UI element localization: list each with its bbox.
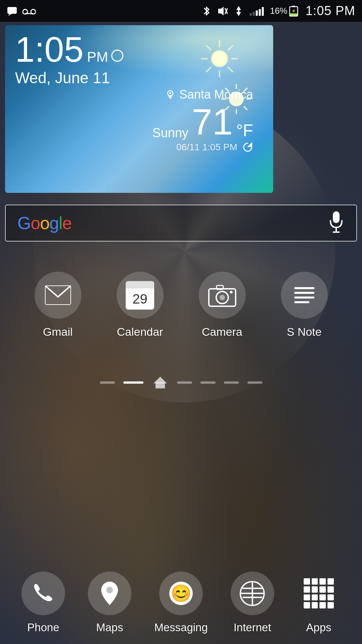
status-right-icons: 16% ⚡ 1:05 PM [203, 4, 355, 18]
svg-rect-39 [333, 211, 340, 223]
weather-temp: 71 [192, 103, 233, 140]
status-time: 1:05 PM [305, 4, 355, 18]
svg-rect-0 [7, 7, 17, 14]
svg-rect-14 [290, 13, 297, 16]
svg-rect-11 [238, 9, 239, 13]
internet-icon [240, 581, 265, 606]
search-bar[interactable]: Google [5, 205, 357, 241]
home-indicator[interactable] [152, 374, 169, 391]
page-dot-3[interactable] [177, 381, 192, 384]
svg-marker-37 [168, 95, 173, 99]
svg-point-25 [213, 52, 226, 65]
svg-point-36 [169, 92, 171, 94]
internet-icon-circle [231, 572, 274, 615]
chat-icon [7, 6, 17, 16]
mute-icon [216, 5, 228, 17]
calendar-label: Calendar [117, 325, 163, 338]
messaging-icon: 😊 [169, 582, 193, 605]
snote-label: S Note [287, 325, 322, 338]
battery-indicator: 16% ⚡ [270, 5, 299, 17]
status-bar: 16% ⚡ 1:05 PM [0, 0, 362, 22]
maps-icon-circle [88, 572, 131, 615]
battery-icon: ⚡ [289, 5, 299, 17]
mic-button[interactable] [328, 211, 345, 235]
messaging-label: Messaging [154, 621, 208, 634]
svg-marker-38 [248, 143, 252, 147]
gmail-app-icon[interactable]: Gmail [35, 272, 81, 338]
snote-app-icon[interactable]: S Note [281, 272, 328, 338]
battery-percentage: 16% [270, 6, 287, 16]
home-body [156, 382, 165, 388]
camera-icon [207, 283, 237, 308]
apps-dock-item[interactable]: Apps [297, 572, 341, 634]
home-shape [154, 377, 167, 388]
page-dot-4[interactable] [200, 381, 216, 384]
camera-app-icon[interactable]: Camera [199, 272, 246, 338]
gmail-label: Gmail [43, 325, 73, 338]
weather-footer: 06/11 1:05 PM [152, 142, 253, 153]
maps-dock-item[interactable]: Maps [88, 572, 131, 634]
svg-line-24 [206, 67, 211, 72]
sun-icon [199, 39, 240, 79]
svg-line-22 [228, 67, 233, 72]
svg-line-21 [206, 45, 211, 50]
app-icons-row: Gmail 29 Calendar Camera [0, 272, 362, 338]
calendar-app-icon[interactable]: 29 Calendar [117, 272, 164, 338]
dock: Phone Maps 😊 Messaging Internet [0, 572, 362, 634]
page-dot-1[interactable] [123, 381, 143, 384]
weather-date: Wed, June 11 [15, 69, 123, 87]
apps-label: Apps [306, 621, 331, 634]
google-logo: Google [17, 213, 72, 233]
svg-line-23 [228, 45, 233, 50]
page-indicators [0, 374, 362, 391]
gmail-icon-circle [35, 272, 81, 319]
phone-icon-circle [21, 572, 65, 615]
weather-condition: Sunny [152, 126, 188, 140]
svg-rect-13 [292, 6, 295, 7]
maps-icon [100, 580, 120, 607]
signal-bars [250, 6, 264, 16]
svg-point-47 [230, 291, 233, 293]
phone-label: Phone [27, 621, 59, 634]
gmail-icon [45, 285, 71, 305]
apps-grid-icon [297, 572, 341, 615]
globe-line-1 [242, 588, 262, 589]
svg-point-45 [220, 295, 225, 300]
maps-label: Maps [96, 621, 123, 634]
internet-label: Internet [234, 621, 271, 634]
weather-time-suffix: PM [87, 49, 108, 65]
camera-label: Camera [202, 325, 242, 338]
messaging-dock-item[interactable]: 😊 Messaging [154, 572, 208, 634]
weather-location: Santa Monica [152, 88, 253, 102]
data-transfer-icon [234, 5, 244, 17]
svg-text:⚡: ⚡ [292, 9, 296, 13]
calendar-icon: 29 [126, 281, 154, 310]
status-left-icons [7, 6, 36, 16]
phone-icon [32, 582, 55, 605]
internet-dock-item[interactable]: Internet [231, 572, 274, 634]
snote-icon [294, 287, 314, 303]
page-dot-5[interactable] [224, 381, 239, 384]
svg-rect-4 [25, 13, 33, 14]
voicemail-icon [22, 6, 36, 16]
phone-dock-item[interactable]: Phone [21, 572, 65, 634]
globe-line-2 [242, 597, 262, 598]
svg-marker-1 [8, 14, 12, 16]
weather-background: 1:05 PM Wed, June 11 [5, 25, 273, 193]
microphone-icon [328, 211, 345, 234]
calendar-icon-circle: 29 [117, 272, 164, 319]
clock-icon [111, 50, 123, 62]
camera-icon-circle [199, 272, 246, 319]
page-dot-6[interactable] [247, 381, 262, 384]
weather-time: 1:05 [15, 32, 83, 67]
bluetooth-icon [203, 5, 210, 17]
snote-icon-circle [281, 272, 328, 319]
page-dot-0[interactable] [100, 381, 115, 384]
svg-marker-5 [218, 7, 224, 15]
messaging-icon-circle: 😊 [159, 572, 203, 615]
svg-point-48 [106, 587, 113, 593]
refresh-icon[interactable] [242, 142, 253, 153]
weather-time-date: 1:05 PM Wed, June 11 [15, 32, 123, 87]
weather-temp-unit: °F [236, 121, 253, 140]
weather-widget[interactable]: 1:05 PM Wed, June 11 [5, 25, 273, 193]
